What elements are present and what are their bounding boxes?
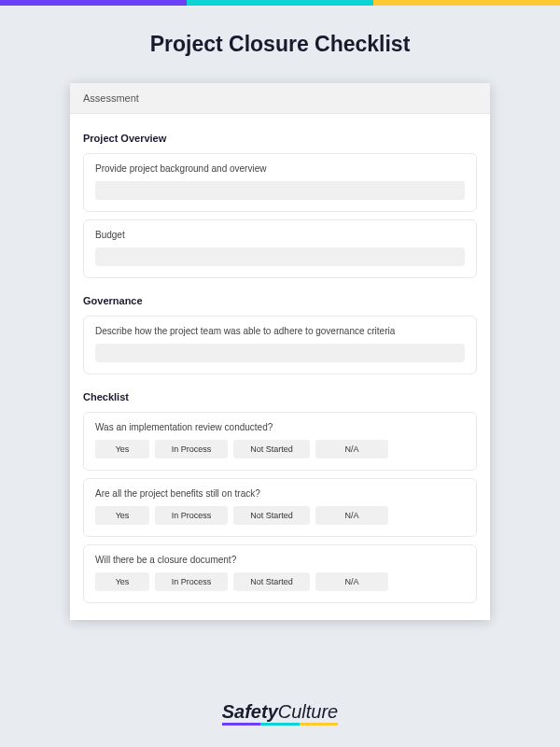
q3-option-na[interactable]: N/A <box>315 572 388 591</box>
field-label-budget: Budget <box>95 230 465 240</box>
budget-input[interactable] <box>95 247 465 266</box>
q3-option-yes[interactable]: Yes <box>95 572 149 591</box>
section-title-governance: Governance <box>83 295 477 306</box>
q3-label: Will there be a closure document? <box>95 555 465 565</box>
q1-option-not-started[interactable]: Not Started <box>233 440 310 458</box>
brand-part1: Safety <box>222 701 278 722</box>
q1-label: Was an implementation review conducted? <box>95 422 465 432</box>
background-input[interactable] <box>95 181 465 200</box>
q1-option-in-process[interactable]: In Process <box>155 440 228 458</box>
checklist-q2: Are all the project benefits still on tr… <box>83 478 477 537</box>
section-title-checklist: Checklist <box>83 391 477 402</box>
governance-input[interactable] <box>95 344 465 362</box>
field-card-background: Provide project background and overview <box>83 153 477 212</box>
q2-option-na[interactable]: N/A <box>315 506 388 525</box>
stripe-purple <box>0 0 187 6</box>
q3-option-not-started[interactable]: Not Started <box>233 572 310 591</box>
checklist-q1: Was an implementation review conducted? … <box>83 412 477 471</box>
q1-option-na[interactable]: N/A <box>315 440 388 458</box>
q1-option-yes[interactable]: Yes <box>95 440 149 458</box>
q2-option-not-started[interactable]: Not Started <box>233 506 310 525</box>
section-title-overview: Project Overview <box>83 133 477 144</box>
q2-option-in-process[interactable]: In Process <box>155 506 228 525</box>
form-container: Assessment Project Overview Provide proj… <box>70 83 490 620</box>
tab-assessment[interactable]: Assessment <box>70 83 490 114</box>
page-title: Project Closure Checklist <box>0 32 560 57</box>
q3-options: Yes In Process Not Started N/A <box>95 572 465 591</box>
brand-footer: SafetyCulture <box>0 701 560 723</box>
field-label-governance: Describe how the project team was able t… <box>95 326 465 336</box>
field-label-background: Provide project background and overview <box>95 163 465 174</box>
brand-part2: Culture <box>278 701 338 722</box>
top-accent-stripe <box>0 0 560 6</box>
stripe-yellow <box>373 0 560 6</box>
q3-option-in-process[interactable]: In Process <box>155 572 228 591</box>
form-inner: Project Overview Provide project backgro… <box>70 114 490 603</box>
q2-options: Yes In Process Not Started N/A <box>95 506 465 525</box>
brand-underline <box>222 723 339 726</box>
field-card-budget: Budget <box>83 219 477 278</box>
q1-options: Yes In Process Not Started N/A <box>95 440 465 458</box>
q2-label: Are all the project benefits still on tr… <box>95 488 465 499</box>
brand-logo: SafetyCulture <box>222 701 339 723</box>
stripe-teal <box>187 0 373 6</box>
field-card-governance: Describe how the project team was able t… <box>83 316 477 374</box>
checklist-q3: Will there be a closure document? Yes In… <box>83 544 477 603</box>
q2-option-yes[interactable]: Yes <box>95 506 149 525</box>
